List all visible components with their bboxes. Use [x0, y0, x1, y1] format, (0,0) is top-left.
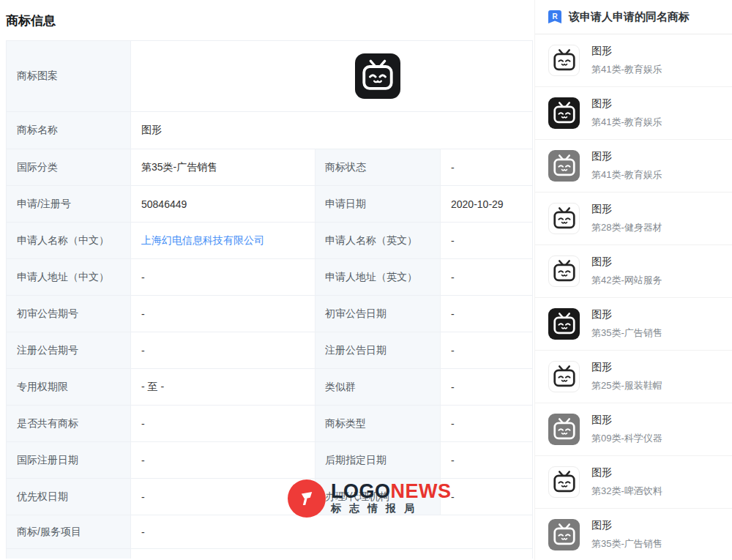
trademark-name: 图形 [591, 203, 662, 216]
field-label: 申请/注册号 [7, 186, 131, 222]
trademark-category: 第35类-广告销售 [591, 326, 662, 340]
field-value: - [441, 296, 532, 332]
trademark-name: 图形 [591, 361, 662, 374]
bilibili-tv-icon [548, 414, 580, 445]
trademark-category: 第09类-科学仪器 [591, 432, 662, 445]
bilibili-tv-icon [548, 203, 580, 234]
field-value: 50846449 [131, 186, 315, 222]
field-value: - [441, 369, 532, 405]
page-title: 商标信息 [6, 12, 56, 29]
trademark-name: 图形 [591, 255, 662, 269]
field-label: 是否共有商标 [7, 406, 131, 441]
trademark-category: 第41类-教育娱乐 [591, 63, 662, 76]
table-row: 国际注册日期 - 后期指定日期 - [7, 442, 532, 479]
field-label: 申请日期 [315, 186, 441, 222]
field-label-image: 商标图案 [7, 41, 131, 111]
table-row: 申请人名称（中文） 上海幻电信息科技有限公司 申请人名称（英文） - [7, 223, 532, 259]
field-label: 申请人地址（英文） [315, 259, 441, 295]
table-row-partial [7, 549, 532, 559]
table-row: 申请人地址（中文） - 申请人地址（英文） - [7, 259, 532, 296]
sidebar-trademark-item[interactable]: 图形 第41类-教育娱乐 [535, 87, 732, 140]
field-label: 国际注册日期 [7, 442, 131, 478]
field-label: 初审公告日期 [315, 296, 441, 332]
field-value: - [131, 515, 532, 548]
field-label: 商标类型 [315, 406, 441, 441]
field-value: - [131, 406, 315, 441]
field-label: 初审公告期号 [7, 296, 131, 332]
table-row: 优先权日期 - 办理/代理机构 - [7, 479, 532, 515]
field-value: - [131, 332, 315, 368]
field-label: 类似群 [315, 369, 441, 405]
field-value: 第35类-广告销售 [131, 149, 315, 185]
sidebar-trademark-item[interactable]: 图形 第42类-网站服务 [535, 245, 732, 298]
bilibili-tv-icon [548, 45, 580, 76]
sidebar-trademark-item[interactable]: 图形 第28类-健身器材 [535, 193, 732, 245]
bilibili-tv-icon [548, 519, 580, 550]
trademark-category: 第32类-啤酒饮料 [591, 485, 662, 498]
trademark-name: 图形 [591, 519, 662, 532]
field-label: 国际分类 [7, 149, 131, 185]
sidebar-header: R 该申请人申请的同名商标 [535, 0, 732, 34]
trademark-category: 第41类-教育娱乐 [591, 116, 662, 129]
bilibili-tv-icon [548, 97, 580, 129]
trademark-category: 第35类-广告销售 [591, 537, 662, 550]
field-label-name: 商标名称 [7, 112, 131, 149]
bilibili-tv-icon [548, 466, 580, 498]
table-row: 申请/注册号 50846449 申请日期 2020-10-29 [7, 186, 532, 223]
sidebar-title: 该申请人申请的同名商标 [569, 10, 690, 24]
trademark-image-cell [131, 41, 532, 111]
field-value: - [441, 259, 532, 295]
sidebar-trademark-item[interactable]: 图形 第25类-服装鞋帽 [535, 351, 732, 403]
svg-text:R: R [552, 12, 558, 20]
field-label: 办理/代理机构 [315, 479, 441, 515]
field-label [7, 549, 131, 559]
table-row: 专用权期限 - 至 - 类似群 - [7, 369, 532, 406]
field-label: 申请人地址（中文） [7, 259, 131, 295]
trademark-info-table: 商标图案 商标名称 图形 国际分类 第35类-广告销售 商标状态 - 申请/注册… [6, 40, 533, 559]
trademark-category: 第28类-健身器材 [591, 221, 662, 234]
field-label: 商标/服务项目 [7, 515, 131, 548]
field-value: - [131, 442, 315, 478]
sidebar-trademark-item[interactable]: 图形 第41类-教育娱乐 [535, 140, 732, 193]
bilibili-tv-logo [355, 53, 400, 99]
field-value [131, 549, 532, 559]
field-value: - [441, 332, 532, 368]
table-row: 是否共有商标 - 商标类型 - [7, 406, 532, 442]
trademark-name: 图形 [591, 45, 662, 58]
field-label: 后期指定日期 [315, 442, 441, 478]
applicant-name-link[interactable]: 上海幻电信息科技有限公司 [131, 223, 315, 258]
field-label: 专用权期限 [7, 369, 131, 405]
trademark-name: 图形 [591, 97, 662, 111]
bilibili-tv-icon [548, 308, 580, 340]
same-name-trademarks-sidebar: R 该申请人申请的同名商标 图形 第41类-教育娱乐 图形 第41类-教育娱乐 … [534, 0, 732, 560]
field-value: - [441, 223, 532, 258]
field-value: - [441, 479, 532, 515]
field-value: - [441, 442, 532, 478]
field-label: 商标状态 [315, 149, 441, 185]
sidebar-trademark-item[interactable]: 图形 第09类-科学仪器 [535, 403, 732, 456]
sidebar-trademark-item[interactable]: 图形 第32类-啤酒饮料 [535, 456, 732, 509]
field-value: - [131, 259, 315, 295]
field-label: 注册公告日期 [315, 332, 441, 368]
trademark-category: 第41类-教育娱乐 [591, 168, 662, 182]
field-value: - [441, 406, 532, 441]
table-row-image: 商标图案 [7, 41, 532, 112]
trademark-name: 图形 [591, 150, 662, 163]
trademark-name: 图形 [591, 466, 662, 479]
trademark-detail-page: 商标信息 商标图案 商标名称 图形 国际分类 第35类-广告销售 商标状态 - … [0, 0, 732, 560]
trademark-name: 图形 [591, 414, 662, 427]
bilibili-tv-icon [548, 150, 580, 182]
bilibili-tv-icon [548, 255, 580, 287]
sidebar-trademark-item[interactable]: 图形 第41类-教育娱乐 [535, 34, 732, 87]
trademark-category: 第25类-服装鞋帽 [591, 379, 662, 392]
field-value: - [131, 296, 315, 332]
trademark-category: 第42类-网站服务 [591, 274, 662, 287]
field-label: 申请人名称（中文） [7, 223, 131, 258]
registered-trademark-badge-icon: R [548, 10, 561, 23]
sidebar-trademark-item[interactable]: 图形 第35类-广告销售 [535, 509, 732, 560]
field-value: - [131, 479, 315, 515]
field-label: 申请人名称（英文） [315, 223, 441, 258]
field-value: - [441, 149, 532, 185]
bilibili-tv-icon [548, 361, 580, 392]
sidebar-trademark-item[interactable]: 图形 第35类-广告销售 [535, 298, 732, 351]
